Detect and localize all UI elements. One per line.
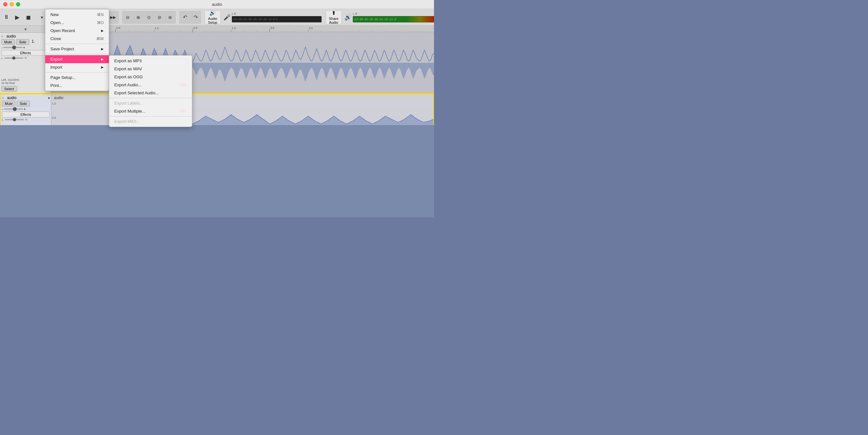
menu-item-save-project[interactable]: Save Project ▶ [45, 45, 109, 53]
track-2-header: × audio ▾ [2, 96, 50, 100]
export-audio[interactable]: Export Audio... ⇧⌘E [109, 81, 192, 89]
export-selected-audio[interactable]: Export Selected Audio... [109, 89, 192, 97]
vu-lr-label: LR [232, 12, 322, 15]
speaker-icon: 🔊 [209, 10, 216, 16]
track-2-dropdown[interactable]: ▾ [48, 96, 50, 100]
track-2-vol-plus[interactable]: + [24, 107, 26, 111]
output-vu-display: -54 -48 -42 -36 -30 -24 -18 -12 -6 [353, 16, 434, 23]
zoom-sel2-button[interactable]: ⊛ [165, 11, 175, 23]
zoom-group: ⊖ ⊕ ⊙ ⊘ ⊛ [122, 11, 176, 24]
export-as-wav-label: Export as WAV [114, 66, 142, 71]
menu-item-export[interactable]: Export ▶ Export as MP3 Export as WAV Exp… [45, 55, 109, 63]
play-button[interactable]: ▶ [12, 11, 23, 23]
close-window-button[interactable] [3, 2, 7, 6]
stop-button[interactable]: ◼ [23, 11, 33, 23]
collapse-icon[interactable]: ▾ [0, 26, 51, 32]
share-icon: ⬆ [332, 10, 336, 16]
menu-item-import-label: Import [51, 65, 62, 70]
menu-item-page-setup[interactable]: Page Setup... [45, 73, 109, 81]
export-multiple-shortcut: ⇧⌘L [178, 109, 187, 113]
separator-3 [45, 72, 109, 72]
export-as-wav[interactable]: Export as WAV [109, 65, 192, 73]
export-multiple-label: Export Multiple... [114, 109, 146, 113]
zoom-out-button[interactable]: ⊕ [133, 11, 144, 23]
svg-text:2.5: 2.5 [232, 27, 236, 30]
share-audio-label: Share Audio [329, 17, 338, 24]
maximize-window-button[interactable] [16, 2, 20, 6]
track-2-close[interactable]: × [2, 96, 6, 100]
track-1-header: × audio ▾ [1, 34, 50, 38]
track-1-pan-slider[interactable] [4, 58, 24, 59]
share-audio-button[interactable]: ⬆ Share Audio [326, 10, 342, 24]
export-midi: Export MIDI... [109, 118, 192, 126]
svg-text:3.5: 3.5 [309, 27, 313, 30]
menu-item-new-label: New [51, 12, 59, 17]
track-2-buttons: Mute Solo [2, 101, 50, 106]
menu-item-print[interactable]: Print... [45, 81, 109, 90]
track-1-solo[interactable]: Solo [16, 39, 29, 45]
track-2: × audio ▾ Mute Solo - + Effects L [0, 94, 434, 125]
menu-item-new[interactable]: New ⌘N [45, 10, 109, 19]
track-1-info: Left, 44100Hz 32-bit float [1, 78, 50, 85]
track-1-info-line2: 32-bit float [1, 81, 50, 85]
track-2-pan-left: L [2, 118, 3, 121]
menu-item-save-project-label: Save Project [51, 46, 74, 51]
track-1-vol-minus[interactable]: - [1, 45, 3, 49]
track-1-volume-slider[interactable] [3, 47, 23, 48]
input-vu-meter: LR -54 -48 -42 -36 -30 -24 -18 -12 -6 0 [232, 12, 322, 23]
export-midi-label: Export MIDI... [114, 119, 140, 124]
track-1-pan-left: L [1, 57, 3, 60]
menu-item-close-label: Close [51, 36, 61, 41]
menu-item-close[interactable]: Close ⌘W [45, 35, 109, 43]
output-vu-section: 🔊 LR -54 -48 -42 -36 -30 -24 -18 -12 -6 [344, 12, 434, 23]
track-1-controls: × audio ▾ Mute Solo 1. - + Effects L [0, 33, 51, 93]
menu-item-export-arrow: ▶ [101, 58, 104, 61]
track-2-volume: - + [2, 107, 50, 111]
minimize-window-button[interactable] [10, 2, 14, 6]
mic-icon: 🎤 [223, 14, 230, 21]
export-labels: Export Labels... [109, 99, 192, 107]
track-2-name: audio [7, 96, 47, 100]
separator-1 [45, 44, 109, 44]
track-1-pan: L R [1, 57, 50, 60]
menu-item-import[interactable]: Import ▶ [45, 63, 109, 71]
pause-button[interactable]: ⏸ [1, 11, 11, 23]
menu-item-open-recent[interactable]: Open Recent ▶ [45, 27, 109, 35]
track-1-effects[interactable]: Effects [1, 50, 50, 56]
menu-item-open-recent-arrow: ▶ [101, 29, 104, 32]
track-1-vol-plus[interactable]: + [23, 45, 25, 49]
track-2-solo[interactable]: Solo [17, 101, 30, 106]
track-2-effects[interactable]: Effects [2, 112, 50, 118]
audio-setup-button[interactable]: 🔊 Audio Setup [205, 10, 221, 24]
export-as-ogg[interactable]: Export as OGG [109, 73, 192, 81]
output-vu-meter: LR -54 -48 -42 -36 -30 -24 -18 -12 -6 [353, 12, 434, 23]
export-submenu[interactable]: Export as MP3 Export as WAV Export as OG… [109, 55, 192, 127]
track-1-mute[interactable]: Mute [1, 39, 15, 45]
svg-text:1.0: 1.0 [116, 26, 120, 30]
track-1-select[interactable]: Select [1, 86, 17, 92]
menu-item-open[interactable]: Open... ⌘O [45, 19, 109, 27]
export-separator-1 [109, 98, 192, 98]
track-2-pan: L R [2, 118, 50, 121]
undo-button[interactable]: ↶ [180, 11, 190, 23]
zoom-sel-button[interactable]: ⊘ [154, 11, 165, 23]
file-menu[interactable]: New ⌘N Open... ⌘O Open Recent ▶ Close ⌘W… [45, 9, 109, 91]
track-2-mute[interactable]: Mute [2, 101, 16, 106]
export-multiple[interactable]: Export Multiple... ⇧⌘L [109, 107, 192, 115]
track-1-close[interactable]: × [1, 35, 5, 38]
track-2-pan-right: R [25, 118, 28, 121]
redo-button[interactable]: ↷ [190, 11, 200, 23]
export-selected-audio-label: Export Selected Audio... [114, 91, 159, 95]
track-2-volume-slider[interactable] [4, 108, 23, 110]
output-speaker-icon: 🔊 [344, 14, 351, 21]
track-2-pan-slider[interactable] [5, 119, 24, 120]
menu-item-open-shortcut: ⌘O [97, 21, 104, 25]
track-2-vol-minus[interactable]: - [2, 107, 3, 111]
track-1-pan-right: R [25, 57, 27, 60]
zoom-fit-button[interactable]: ⊙ [144, 11, 154, 23]
trim-right-button[interactable]: ▶▶ [108, 11, 118, 23]
zoom-in-button[interactable]: ⊖ [123, 11, 133, 23]
menu-item-close-shortcut: ⌘W [96, 37, 104, 41]
export-as-mp3[interactable]: Export as MP3 [109, 57, 192, 65]
menu-item-open-label: Open... [51, 20, 64, 25]
